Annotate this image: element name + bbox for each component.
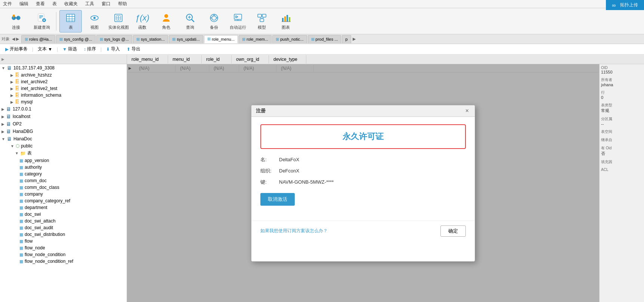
prop-table-type: 表类型 常规 bbox=[601, 103, 643, 113]
backup-button[interactable]: 备份 bbox=[203, 10, 225, 32]
tab-push-notic[interactable]: ⊞ push_notic... bbox=[272, 35, 307, 43]
tab-more[interactable]: ▶ bbox=[353, 37, 356, 41]
tab-sys-config[interactable]: ⊞ sys_config @... bbox=[56, 35, 95, 43]
sidebar-server-hanadbg[interactable]: ▶ 🖥 HanaDBG bbox=[0, 128, 127, 135]
sidebar-server-101[interactable]: ▼ 🖥 101.37.157.49_3308 bbox=[0, 64, 127, 72]
sidebar-table-company-category-ref[interactable]: ▦ company_category_ref bbox=[0, 197, 127, 204]
ok-button[interactable]: 确定 bbox=[440, 225, 466, 237]
sidebar-server-127[interactable]: ▶ 🖥 127.0.0.1 bbox=[0, 105, 127, 113]
sidebar-table-comm-doc[interactable]: ▦ comm_doc bbox=[0, 177, 127, 184]
menu-view[interactable]: 查看 bbox=[34, 0, 46, 8]
table-button[interactable]: 表 bbox=[59, 10, 82, 32]
db-icon: 🗄 bbox=[15, 79, 19, 84]
tab-role-mem[interactable]: ⊞ role_mem... bbox=[239, 35, 272, 43]
sidebar-db-inet-archive2-test[interactable]: ▶ 🗄 inet_archive2_test bbox=[0, 85, 127, 92]
tab-sys-updati[interactable]: ⊞ sys_updati... bbox=[169, 35, 203, 43]
expand-icon: ▶ bbox=[10, 87, 13, 91]
menu-edit[interactable]: 编辑 bbox=[18, 0, 30, 8]
menu-file[interactable]: 文件 bbox=[1, 0, 13, 8]
model-button[interactable]: 模型 bbox=[251, 10, 273, 32]
tab-p[interactable]: p bbox=[342, 35, 351, 43]
prop-fill-factor-label: 填充因 bbox=[601, 159, 643, 165]
tab-sys-station[interactable]: ⊞ sys_station... bbox=[133, 35, 168, 43]
start-transaction-button[interactable]: ▶ 开始事务 bbox=[3, 45, 30, 53]
sidebar-db-mysql[interactable]: ▶ 🗄 mysql bbox=[0, 99, 127, 105]
query-button[interactable]: 查询 bbox=[179, 10, 201, 32]
main-layout: ▼ 🖥 101.37.157.49_3308 ▶ 🗄 archive_hzshz… bbox=[0, 64, 644, 302]
sidebar-table-flow[interactable]: ▦ flow bbox=[0, 238, 127, 245]
prop-has-oid: 有 Oid 否 bbox=[601, 146, 643, 156]
role-button[interactable]: 角色 bbox=[155, 10, 177, 32]
expand-icon: ▶ bbox=[1, 107, 4, 111]
nav-arrows[interactable]: ◀ ▶ bbox=[12, 37, 19, 41]
sidebar-table-app-version[interactable]: ▦ app_version bbox=[0, 157, 127, 164]
sidebar-table-company[interactable]: ▦ company bbox=[0, 191, 127, 197]
tab-bar: 对象 ◀ ▶ ⊞ roles @Ha... ⊞ sys_config @... … bbox=[0, 34, 644, 44]
sidebar-table-flow-node[interactable]: ▦ flow_node bbox=[0, 245, 127, 251]
svg-line-37 bbox=[236, 17, 238, 18]
import-button[interactable]: ⬇ 导入 bbox=[104, 45, 122, 53]
menu-window[interactable]: 窗口 bbox=[100, 0, 112, 8]
new-query-button[interactable]: 新建查询 bbox=[31, 10, 53, 32]
sort-button[interactable]: ↕ 排序 bbox=[81, 45, 98, 53]
tab-roles[interactable]: ⊞ roles @Ha... bbox=[21, 35, 55, 43]
dialog-org-value: DeFconX bbox=[279, 168, 299, 174]
materialized-view-button[interactable]: 实体化视图 bbox=[107, 10, 130, 32]
sidebar-public-schema[interactable]: ▼ ⬡ public bbox=[0, 143, 127, 149]
subscription-link[interactable]: 如果我想使用订阅方案该怎么办？ bbox=[260, 228, 328, 234]
function-label: 函数 bbox=[138, 25, 146, 30]
sidebar-table-doc-swi-attach[interactable]: ▦ doc_swi_attach bbox=[0, 218, 127, 224]
menu-tools[interactable]: 工具 bbox=[84, 0, 96, 8]
upload-button[interactable]: ∞ 拓扑上传 bbox=[606, 0, 644, 10]
col-header-role-menu-id[interactable]: role_menu_id bbox=[127, 55, 168, 63]
sidebar-db-inet-archive2[interactable]: ▶ 🗄 inet_archive2 bbox=[0, 78, 127, 85]
col-header-own-org-id[interactable]: own_org_id bbox=[232, 55, 269, 63]
sidebar-server-localhost[interactable]: ▶ 🖥 localhost bbox=[0, 113, 127, 120]
sort-label: 排序 bbox=[87, 46, 96, 52]
connect-button[interactable]: 连接 bbox=[3, 10, 29, 32]
dialog-org-label: 组织: bbox=[260, 168, 279, 174]
function-button[interactable]: ƒ(x) 函数 bbox=[131, 10, 154, 32]
view-button[interactable]: 视图 bbox=[83, 10, 106, 32]
filter-button[interactable]: ▼ 筛选 bbox=[60, 45, 79, 53]
chart-button[interactable]: 图表 bbox=[275, 10, 297, 32]
table-doc-swi-audit-label: doc_swi_audit bbox=[25, 225, 53, 230]
object-nav[interactable]: 对象 bbox=[1, 36, 10, 42]
sidebar-table-authority[interactable]: ▦ authority bbox=[0, 164, 127, 171]
menu-table[interactable]: 表 bbox=[51, 0, 58, 8]
menu-help[interactable]: 帮助 bbox=[117, 0, 129, 8]
sidebar-table-doc-swi[interactable]: ▦ doc_swi bbox=[0, 211, 127, 218]
export-icon: ⬆ bbox=[127, 47, 130, 52]
sidebar-server-op2[interactable]: ▶ 🖥 OP2 bbox=[0, 120, 127, 128]
tab-sys-logs[interactable]: ⊞ sys_logs @... bbox=[96, 35, 132, 43]
dialog-footer: 如果我想使用订阅方案该怎么办？ 确定 bbox=[251, 221, 475, 241]
function-icon: ƒ(x) bbox=[136, 12, 148, 24]
text-button[interactable]: 文本 ▼ bbox=[35, 45, 55, 53]
dialog-close-button[interactable]: × bbox=[464, 108, 470, 114]
sidebar-tables-folder[interactable]: ▼ 📁 表 bbox=[0, 149, 127, 157]
export-button[interactable]: ⬆ 导出 bbox=[124, 45, 143, 53]
model-icon bbox=[256, 12, 268, 24]
connect-label: 连接 bbox=[12, 25, 20, 30]
sidebar-table-comm-doc-class[interactable]: ▦ comm_doc_class bbox=[0, 184, 127, 191]
tab-role-menu[interactable]: ⊞ role_menu... bbox=[204, 35, 238, 43]
sidebar-db-archive-hzshzz[interactable]: ▶ 🗄 archive_hzshzz bbox=[0, 72, 127, 78]
sidebar-table-doc-swi-audit[interactable]: ▦ doc_swi_audit bbox=[0, 224, 127, 231]
sidebar-table-flow-node-condition-ref[interactable]: ▦ flow_node_condition_ref bbox=[0, 258, 127, 265]
tab-prod-files[interactable]: ⊞ prod_files ... bbox=[308, 35, 341, 43]
col-header-role-id[interactable]: role_id bbox=[202, 55, 232, 63]
sidebar-table-flow-node-condition[interactable]: ▦ flow_node_condition bbox=[0, 251, 127, 258]
col-header-device-type[interactable]: device_type bbox=[269, 55, 306, 63]
autorun-button[interactable]: 自动运行 bbox=[227, 10, 249, 32]
deactivate-button[interactable]: 取消激活 bbox=[260, 193, 295, 206]
sidebar-table-category[interactable]: ▦ category bbox=[0, 171, 127, 177]
sidebar-server-hanadoc[interactable]: ▼ 🖥 HanaDoc bbox=[0, 135, 127, 143]
sidebar-table-department[interactable]: ▦ department bbox=[0, 204, 127, 211]
sidebar-table-doc-swi-distribution[interactable]: ▦ doc_swi_distribution bbox=[0, 231, 127, 238]
table-company-category-ref-label: company_category_ref bbox=[25, 198, 70, 203]
dialog-name-row: 名: DeltaFoX bbox=[260, 156, 466, 163]
col-header-menu-id[interactable]: menu_id bbox=[168, 55, 202, 63]
sidebar-db-information-schema[interactable]: ▶ 🗄 information_schema bbox=[0, 92, 127, 99]
license-box: 永久许可证 bbox=[260, 124, 466, 149]
menu-favorites[interactable]: 收藏夹 bbox=[63, 0, 79, 8]
